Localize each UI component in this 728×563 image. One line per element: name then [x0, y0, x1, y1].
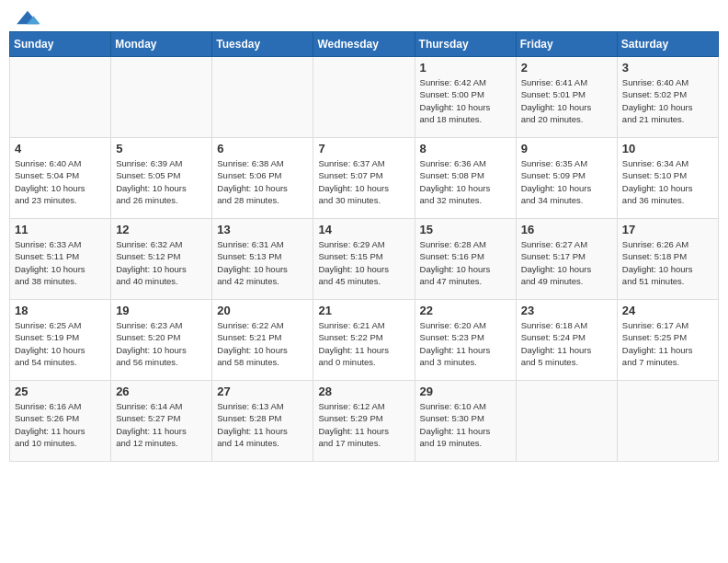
calendar-cell: 10Sunrise: 6:34 AM Sunset: 5:10 PM Dayli… — [617, 138, 718, 219]
cell-day-number: 11 — [15, 223, 106, 236]
cell-day-number: 18 — [15, 304, 106, 317]
calendar-cell: 1Sunrise: 6:42 AM Sunset: 5:00 PM Daylig… — [415, 57, 516, 138]
cell-info-text: Sunrise: 6:25 AM Sunset: 5:19 PM Dayligh… — [15, 319, 106, 368]
calendar-cell — [313, 57, 415, 138]
calendar-cell: 20Sunrise: 6:22 AM Sunset: 5:21 PM Dayli… — [212, 300, 313, 381]
calendar-cell: 16Sunrise: 6:27 AM Sunset: 5:17 PM Dayli… — [516, 219, 617, 300]
calendar-cell: 6Sunrise: 6:38 AM Sunset: 5:06 PM Daylig… — [212, 138, 313, 219]
cell-info-text: Sunrise: 6:31 AM Sunset: 5:13 PM Dayligh… — [217, 238, 308, 287]
calendar-cell: 12Sunrise: 6:32 AM Sunset: 5:12 PM Dayli… — [111, 219, 212, 300]
cell-day-number: 15 — [420, 223, 511, 236]
calendar-week-row: 1Sunrise: 6:42 AM Sunset: 5:00 PM Daylig… — [10, 57, 719, 138]
calendar-cell: 9Sunrise: 6:35 AM Sunset: 5:09 PM Daylig… — [516, 138, 617, 219]
cell-day-number: 8 — [420, 142, 511, 155]
cell-day-number: 12 — [116, 223, 207, 236]
cell-info-text: Sunrise: 6:27 AM Sunset: 5:17 PM Dayligh… — [521, 238, 612, 287]
cell-day-number: 13 — [217, 223, 308, 236]
cell-info-text: Sunrise: 6:18 AM Sunset: 5:24 PM Dayligh… — [521, 319, 612, 368]
cell-info-text: Sunrise: 6:26 AM Sunset: 5:18 PM Dayligh… — [622, 238, 713, 287]
calendar-cell: 28Sunrise: 6:12 AM Sunset: 5:29 PM Dayli… — [313, 381, 415, 462]
cell-info-text: Sunrise: 6:39 AM Sunset: 5:05 PM Dayligh… — [116, 157, 207, 206]
cell-info-text: Sunrise: 6:16 AM Sunset: 5:26 PM Dayligh… — [15, 400, 106, 449]
cell-day-number: 14 — [318, 223, 409, 236]
cell-day-number: 16 — [521, 223, 612, 236]
calendar-cell: 27Sunrise: 6:13 AM Sunset: 5:28 PM Dayli… — [212, 381, 313, 462]
cell-day-number: 1 — [420, 61, 511, 75]
header-day-saturday: Saturday — [617, 32, 718, 57]
calendar-cell: 7Sunrise: 6:37 AM Sunset: 5:07 PM Daylig… — [313, 138, 415, 219]
calendar-table: SundayMondayTuesdayWednesdayThursdayFrid… — [9, 31, 719, 462]
calendar-cell: 11Sunrise: 6:33 AM Sunset: 5:11 PM Dayli… — [10, 219, 111, 300]
cell-info-text: Sunrise: 6:12 AM Sunset: 5:29 PM Dayligh… — [318, 400, 409, 449]
cell-day-number: 3 — [622, 61, 713, 75]
calendar-cell: 25Sunrise: 6:16 AM Sunset: 5:26 PM Dayli… — [10, 381, 111, 462]
header-day-friday: Friday — [516, 32, 617, 57]
cell-day-number: 20 — [217, 304, 308, 317]
cell-info-text: Sunrise: 6:13 AM Sunset: 5:28 PM Dayligh… — [217, 400, 308, 449]
cell-info-text: Sunrise: 6:29 AM Sunset: 5:15 PM Dayligh… — [318, 238, 409, 287]
cell-info-text: Sunrise: 6:21 AM Sunset: 5:22 PM Dayligh… — [318, 319, 409, 368]
calendar-cell: 19Sunrise: 6:23 AM Sunset: 5:20 PM Dayli… — [111, 300, 212, 381]
cell-info-text: Sunrise: 6:34 AM Sunset: 5:10 PM Dayligh… — [622, 157, 713, 206]
calendar-cell: 23Sunrise: 6:18 AM Sunset: 5:24 PM Dayli… — [516, 300, 617, 381]
logo-icon — [15, 9, 40, 28]
calendar-cell: 17Sunrise: 6:26 AM Sunset: 5:18 PM Dayli… — [617, 219, 718, 300]
calendar-cell: 24Sunrise: 6:17 AM Sunset: 5:25 PM Dayli… — [617, 300, 718, 381]
cell-day-number: 17 — [622, 223, 713, 236]
cell-day-number: 21 — [318, 304, 409, 317]
cell-day-number: 29 — [420, 385, 511, 398]
cell-day-number: 4 — [15, 142, 106, 155]
cell-info-text: Sunrise: 6:17 AM Sunset: 5:25 PM Dayligh… — [622, 319, 713, 368]
cell-info-text: Sunrise: 6:40 AM Sunset: 5:04 PM Dayligh… — [15, 157, 106, 206]
cell-day-number: 23 — [521, 304, 612, 317]
cell-info-text: Sunrise: 6:37 AM Sunset: 5:07 PM Dayligh… — [318, 157, 409, 206]
header — [9, 9, 719, 24]
cell-info-text: Sunrise: 6:35 AM Sunset: 5:09 PM Dayligh… — [521, 157, 612, 206]
cell-day-number: 9 — [521, 142, 612, 155]
calendar-cell: 15Sunrise: 6:28 AM Sunset: 5:16 PM Dayli… — [415, 219, 516, 300]
cell-day-number: 2 — [521, 61, 612, 75]
cell-info-text: Sunrise: 6:42 AM Sunset: 5:00 PM Dayligh… — [420, 76, 511, 125]
cell-info-text: Sunrise: 6:23 AM Sunset: 5:20 PM Dayligh… — [116, 319, 207, 368]
calendar-week-row: 18Sunrise: 6:25 AM Sunset: 5:19 PM Dayli… — [10, 300, 719, 381]
cell-day-number: 5 — [116, 142, 207, 155]
cell-info-text: Sunrise: 6:33 AM Sunset: 5:11 PM Dayligh… — [15, 238, 106, 287]
header-day-monday: Monday — [111, 32, 212, 57]
calendar-cell: 22Sunrise: 6:20 AM Sunset: 5:23 PM Dayli… — [415, 300, 516, 381]
cell-day-number: 7 — [318, 142, 409, 155]
header-day-tuesday: Tuesday — [212, 32, 313, 57]
calendar-cell — [10, 57, 111, 138]
calendar-cell — [212, 57, 313, 138]
calendar-cell: 2Sunrise: 6:41 AM Sunset: 5:01 PM Daylig… — [516, 57, 617, 138]
calendar-cell — [617, 381, 718, 462]
calendar-cell: 29Sunrise: 6:10 AM Sunset: 5:30 PM Dayli… — [415, 381, 516, 462]
calendar-cell: 18Sunrise: 6:25 AM Sunset: 5:19 PM Dayli… — [10, 300, 111, 381]
cell-info-text: Sunrise: 6:28 AM Sunset: 5:16 PM Dayligh… — [420, 238, 511, 287]
cell-info-text: Sunrise: 6:20 AM Sunset: 5:23 PM Dayligh… — [420, 319, 511, 368]
cell-day-number: 27 — [217, 385, 308, 398]
header-day-thursday: Thursday — [415, 32, 516, 57]
cell-info-text: Sunrise: 6:14 AM Sunset: 5:27 PM Dayligh… — [116, 400, 207, 449]
calendar-cell: 4Sunrise: 6:40 AM Sunset: 5:04 PM Daylig… — [10, 138, 111, 219]
cell-day-number: 25 — [15, 385, 106, 398]
cell-info-text: Sunrise: 6:10 AM Sunset: 5:30 PM Dayligh… — [420, 400, 511, 449]
header-day-wednesday: Wednesday — [313, 32, 415, 57]
cell-info-text: Sunrise: 6:41 AM Sunset: 5:01 PM Dayligh… — [521, 76, 612, 125]
cell-day-number: 24 — [622, 304, 713, 317]
cell-day-number: 10 — [622, 142, 713, 155]
calendar-cell — [111, 57, 212, 138]
calendar-cell — [516, 381, 617, 462]
calendar-week-row: 4Sunrise: 6:40 AM Sunset: 5:04 PM Daylig… — [10, 138, 719, 219]
calendar-week-row: 25Sunrise: 6:16 AM Sunset: 5:26 PM Dayli… — [10, 381, 719, 462]
cell-info-text: Sunrise: 6:38 AM Sunset: 5:06 PM Dayligh… — [217, 157, 308, 206]
cell-info-text: Sunrise: 6:22 AM Sunset: 5:21 PM Dayligh… — [217, 319, 308, 368]
cell-day-number: 22 — [420, 304, 511, 317]
cell-info-text: Sunrise: 6:32 AM Sunset: 5:12 PM Dayligh… — [116, 238, 207, 287]
calendar-week-row: 11Sunrise: 6:33 AM Sunset: 5:11 PM Dayli… — [10, 219, 719, 300]
calendar-cell: 13Sunrise: 6:31 AM Sunset: 5:13 PM Dayli… — [212, 219, 313, 300]
logo — [13, 9, 40, 24]
calendar-cell: 21Sunrise: 6:21 AM Sunset: 5:22 PM Dayli… — [313, 300, 415, 381]
cell-day-number: 6 — [217, 142, 308, 155]
cell-day-number: 19 — [116, 304, 207, 317]
calendar-cell: 26Sunrise: 6:14 AM Sunset: 5:27 PM Dayli… — [111, 381, 212, 462]
